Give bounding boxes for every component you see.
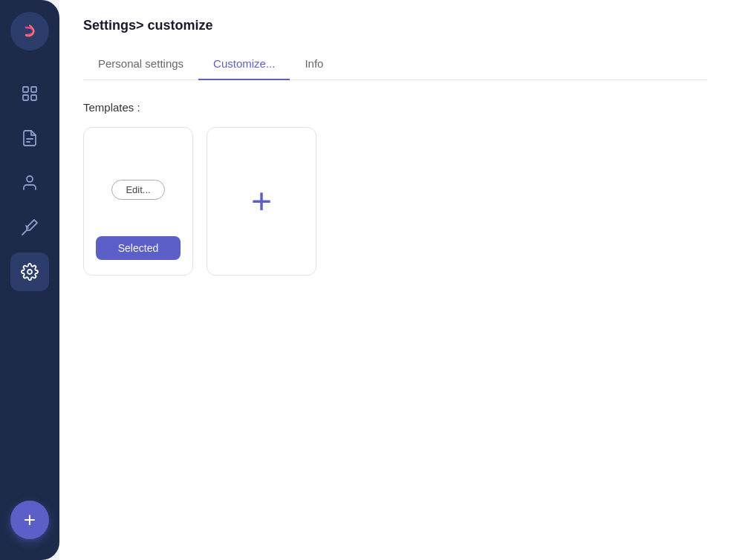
edit-button[interactable]: Edit... — [111, 180, 164, 200]
add-template-card[interactable]: + — [207, 127, 316, 276]
svg-point-0 — [19, 20, 42, 43]
sidebar-item-user[interactable] — [10, 163, 49, 202]
add-template-icon: + — [251, 183, 272, 219]
sidebar-item-tools[interactable] — [10, 208, 49, 247]
fab-add-button[interactable]: + — [10, 501, 49, 539]
sidebar-nav — [10, 74, 49, 501]
sidebar-item-document[interactable] — [10, 119, 49, 157]
page-header: Settings> customize Personal settings Cu… — [59, 0, 731, 80]
main-content: Settings> customize Personal settings Cu… — [59, 0, 731, 560]
template-card-top: Edit... — [111, 143, 164, 236]
svg-point-9 — [27, 270, 32, 274]
sidebar-fab-area: + — [10, 501, 49, 539]
tab-customize[interactable]: Customize... — [198, 48, 290, 80]
selected-button[interactable]: Selected — [96, 236, 181, 260]
tab-personal-settings[interactable]: Personal settings — [83, 48, 198, 80]
svg-point-7 — [27, 176, 33, 182]
sidebar: + — [0, 0, 59, 560]
tabs-nav: Personal settings Customize... Info — [83, 48, 707, 80]
svg-rect-4 — [31, 95, 36, 100]
sidebar-item-dashboard[interactable] — [10, 74, 49, 113]
svg-line-8 — [22, 230, 27, 235]
sidebar-item-settings[interactable] — [10, 253, 49, 291]
svg-rect-1 — [23, 87, 28, 92]
svg-rect-2 — [31, 87, 36, 92]
page-content: Templates : Edit... Selected + — [59, 80, 731, 296]
app-logo[interactable] — [10, 12, 49, 51]
templates-grid: Edit... Selected + — [83, 127, 707, 276]
fab-plus-icon: + — [24, 508, 36, 532]
template-card-1[interactable]: Edit... Selected — [83, 127, 193, 276]
templates-label: Templates : — [83, 101, 707, 114]
tab-info[interactable]: Info — [290, 48, 338, 80]
breadcrumb: Settings> customize — [83, 18, 707, 33]
svg-rect-3 — [23, 95, 28, 100]
